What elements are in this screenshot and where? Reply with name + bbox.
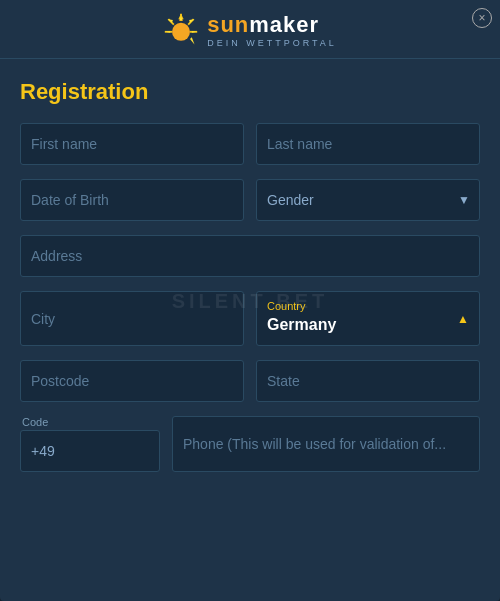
code-label: Code <box>20 416 160 428</box>
phone-group <box>172 416 480 472</box>
city-group <box>20 291 244 346</box>
svg-point-0 <box>172 23 190 41</box>
country-group: Country Germany ▲ <box>256 291 480 346</box>
logo-tagline: DEIN WETTPORTAL <box>207 38 337 48</box>
dob-gender-row: Gender Male Female ▼ <box>20 179 480 221</box>
first-name-group <box>20 123 244 165</box>
code-group: Code <box>20 416 160 472</box>
city-country-row: Country Germany ▲ <box>20 291 480 346</box>
code-input[interactable] <box>20 430 160 472</box>
country-dropdown[interactable]: Country Germany ▲ <box>256 291 480 346</box>
dob-input[interactable] <box>20 179 244 221</box>
phone-input[interactable] <box>172 416 480 472</box>
address-group <box>20 235 480 277</box>
logo-sun-text: sun <box>207 12 249 37</box>
address-row <box>20 235 480 277</box>
gender-group: Gender Male Female ▼ <box>256 179 480 221</box>
modal-header: sunmaker DEIN WETTPORTAL <box>0 0 500 59</box>
city-input[interactable] <box>20 291 244 346</box>
gender-select[interactable]: Gender Male Female <box>256 179 480 221</box>
last-name-input[interactable] <box>256 123 480 165</box>
country-value: Germany <box>267 316 449 334</box>
logo-brand-name: sunmaker <box>207 12 319 38</box>
name-row <box>20 123 480 165</box>
state-input[interactable] <box>256 360 480 402</box>
postcode-state-row <box>20 360 480 402</box>
gender-select-wrapper: Gender Male Female ▼ <box>256 179 480 221</box>
last-name-group <box>256 123 480 165</box>
logo-maker-text: maker <box>249 12 319 37</box>
page-title: Registration <box>20 79 480 105</box>
phone-row: Code <box>20 416 480 472</box>
close-button[interactable]: × <box>472 8 492 28</box>
sunmaker-sun-icon <box>163 12 199 48</box>
address-input[interactable] <box>20 235 480 277</box>
state-group <box>256 360 480 402</box>
modal-container: × sunmake <box>0 0 500 601</box>
postcode-group <box>20 360 244 402</box>
country-label: Country <box>267 300 306 312</box>
country-chevron-icon: ▲ <box>457 312 469 326</box>
logo: sunmaker DEIN WETTPORTAL <box>0 12 500 48</box>
postcode-input[interactable] <box>20 360 244 402</box>
form-content: Registration Gender Male Female <box>0 59 500 472</box>
dob-group <box>20 179 244 221</box>
svg-marker-11 <box>190 37 195 44</box>
logo-text: sunmaker DEIN WETTPORTAL <box>207 12 337 48</box>
first-name-input[interactable] <box>20 123 244 165</box>
